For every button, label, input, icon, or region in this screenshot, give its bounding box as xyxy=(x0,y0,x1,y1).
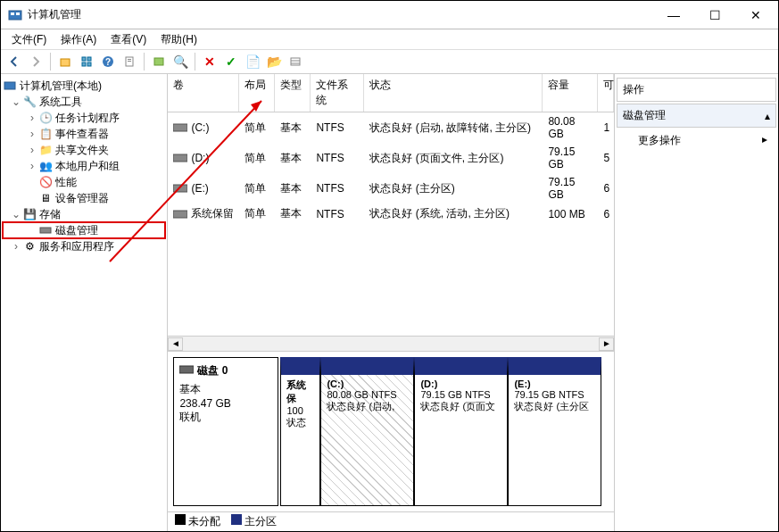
svg-rect-18 xyxy=(40,228,51,233)
svg-rect-1 xyxy=(11,12,14,15)
col-type[interactable]: 类型 xyxy=(275,74,311,112)
col-fs[interactable]: 文件系统 xyxy=(311,74,364,112)
tree-local-users[interactable]: ›👥本地用户和组 xyxy=(3,158,165,174)
actions-section-diskmgmt[interactable]: 磁盘管理 ▴ xyxy=(617,104,776,128)
center-pane: 卷 布局 类型 文件系统 状态 容量 可 (C:)简单基本NTFS状态良好 (启… xyxy=(168,74,615,531)
partition-c[interactable]: (C:) 80.08 GB NTFS 状态良好 (启动, xyxy=(320,357,414,506)
partition-e[interactable]: (E:) 79.15 GB NTFS 状态良好 (主分区 xyxy=(508,357,601,506)
col-status[interactable]: 状态 xyxy=(364,74,543,112)
tree-performance[interactable]: 🚫性能 xyxy=(3,174,165,190)
tree-pane: 计算机管理(本地) ⌄ 🔧 系统工具 ›🕒任务计划程序 ›📋事件查看器 ›📁共享… xyxy=(1,74,168,531)
device-icon: 🖥 xyxy=(38,191,53,205)
computer-icon xyxy=(3,79,17,93)
svg-rect-5 xyxy=(87,57,91,61)
back-button[interactable] xyxy=(4,52,24,71)
help-button[interactable]: ? xyxy=(98,52,118,71)
horizontal-scrollbar[interactable]: ◄ ► xyxy=(168,336,614,351)
menu-file[interactable]: 文件(F) xyxy=(4,30,54,49)
svg-rect-13 xyxy=(154,58,163,65)
expander-icon[interactable]: › xyxy=(10,240,22,253)
expander-icon[interactable]: › xyxy=(26,128,38,140)
disk-state: 联机 xyxy=(179,410,272,425)
expander-icon[interactable]: ⌄ xyxy=(10,96,22,108)
drive-icon xyxy=(173,153,187,163)
legend: 未分配 主分区 xyxy=(168,511,614,531)
computer-management-window: 计算机管理 — ☐ ✕ 文件(F) 操作(A) 查看(V) 帮助(H) ? 🔍 … xyxy=(0,0,779,532)
tree-storage[interactable]: ⌄ 💾 存储 xyxy=(3,206,165,222)
partition-d[interactable]: (D:) 79.15 GB NTFS 状态良好 (页面文 xyxy=(414,357,508,506)
actions-pane: 操作 磁盘管理 ▴ 更多操作 ▸ xyxy=(615,74,778,531)
up-button[interactable] xyxy=(55,52,75,71)
drive-icon xyxy=(173,122,187,133)
folder-icon: 📁 xyxy=(38,143,53,157)
storage-icon: 💾 xyxy=(22,207,37,221)
disk-size: 238.47 GB xyxy=(179,397,272,410)
forward-button[interactable] xyxy=(26,52,46,71)
tree-event-viewer[interactable]: ›📋事件查看器 xyxy=(3,126,165,142)
volume-row[interactable]: (E:)简单基本NTFS状态良好 (主分区)79.15 GB6 xyxy=(168,173,614,204)
check-button[interactable]: ✓ xyxy=(221,52,241,71)
disk-info-panel[interactable]: 磁盘 0 基本 238.47 GB 联机 xyxy=(173,357,278,506)
maximize-button[interactable]: ☐ xyxy=(694,2,735,29)
svg-rect-14 xyxy=(291,58,300,65)
col-capacity[interactable]: 容量 xyxy=(543,74,598,112)
tree-shared-folders[interactable]: ›📁共享文件夹 xyxy=(3,142,165,158)
svg-rect-7 xyxy=(87,62,91,66)
col-volume[interactable]: 卷 xyxy=(168,74,239,112)
wrench-icon: 🔧 xyxy=(22,95,37,109)
svg-rect-2 xyxy=(16,12,20,15)
tree-task-scheduler[interactable]: ›🕒任务计划程序 xyxy=(3,110,165,126)
tree-services[interactable]: › ⚙ 服务和应用程序 xyxy=(3,238,165,254)
partition-system-reserved[interactable]: 系统保 100 状态 xyxy=(280,357,320,506)
disk-icon xyxy=(179,364,194,378)
view-button[interactable] xyxy=(77,52,96,71)
clock-icon: 🕒 xyxy=(38,111,53,125)
expander-icon[interactable]: ⌄ xyxy=(10,208,22,220)
properties-button[interactable] xyxy=(120,52,139,71)
col-free[interactable]: 可 xyxy=(598,74,614,112)
app-icon xyxy=(8,8,22,22)
tree-device-manager[interactable]: 🖥设备管理器 xyxy=(3,190,165,206)
col-layout[interactable]: 布局 xyxy=(239,74,275,112)
partition-bar: 系统保 100 状态 (C:) 80.08 GB NTFS 状态良好 (启动, … xyxy=(280,357,609,506)
actions-header: 操作 xyxy=(617,78,776,102)
collapse-icon: ▴ xyxy=(765,110,770,122)
find-button[interactable]: 🔍 xyxy=(170,52,190,71)
open-button[interactable]: 📂 xyxy=(264,52,284,71)
expander-icon[interactable]: › xyxy=(26,144,38,156)
svg-rect-17 xyxy=(4,82,15,89)
tree-disk-management[interactable]: 磁盘管理 xyxy=(3,222,165,238)
volume-row[interactable]: (C:)简单基本NTFS状态良好 (启动, 故障转储, 主分区)80.08 GB… xyxy=(168,112,614,143)
scroll-right-button[interactable]: ► xyxy=(599,337,614,351)
menu-view[interactable]: 查看(V) xyxy=(104,30,153,49)
svg-rect-24 xyxy=(173,211,187,218)
expander-icon[interactable]: › xyxy=(26,112,38,124)
users-icon: 👥 xyxy=(38,159,53,173)
volume-list[interactable]: 卷 布局 类型 文件系统 状态 容量 可 (C:)简单基本NTFS状态良好 (启… xyxy=(168,74,614,336)
event-icon: 📋 xyxy=(38,127,53,141)
scroll-left-button[interactable]: ◄ xyxy=(168,337,183,351)
actions-more[interactable]: 更多操作 ▸ xyxy=(617,128,776,154)
disk-type: 基本 xyxy=(179,382,272,397)
delete-button[interactable]: ✕ xyxy=(200,52,220,71)
refresh-button[interactable] xyxy=(149,52,169,71)
tree-root[interactable]: 计算机管理(本地) xyxy=(3,78,165,94)
minimize-button[interactable]: — xyxy=(653,2,694,29)
new-button[interactable]: 📄 xyxy=(243,52,262,71)
drive-icon xyxy=(173,209,187,220)
menubar: 文件(F) 操作(A) 查看(V) 帮助(H) xyxy=(1,29,778,49)
volume-row[interactable]: 系统保留简单基本NTFS状态良好 (系统, 活动, 主分区)100 MB6 xyxy=(168,204,614,224)
toolbar: ? 🔍 ✕ ✓ 📄 📂 xyxy=(1,49,778,74)
expander-icon[interactable]: › xyxy=(26,160,38,172)
scroll-track[interactable] xyxy=(183,337,599,351)
tree-systools[interactable]: ⌄ 🔧 系统工具 xyxy=(3,94,165,110)
disk-map: 磁盘 0 基本 238.47 GB 联机 系统保 100 状态 (C:) 80.… xyxy=(168,351,614,511)
services-icon: ⚙ xyxy=(22,239,37,254)
close-button[interactable]: ✕ xyxy=(735,2,776,29)
menu-help[interactable]: 帮助(H) xyxy=(153,30,204,49)
svg-rect-6 xyxy=(82,62,86,66)
menu-action[interactable]: 操作(A) xyxy=(54,30,104,49)
volume-row[interactable]: (D:)简单基本NTFS状态良好 (页面文件, 主分区)79.15 GB5 xyxy=(168,143,614,173)
legend-primary-swatch xyxy=(231,514,242,525)
list-button[interactable] xyxy=(286,52,305,71)
